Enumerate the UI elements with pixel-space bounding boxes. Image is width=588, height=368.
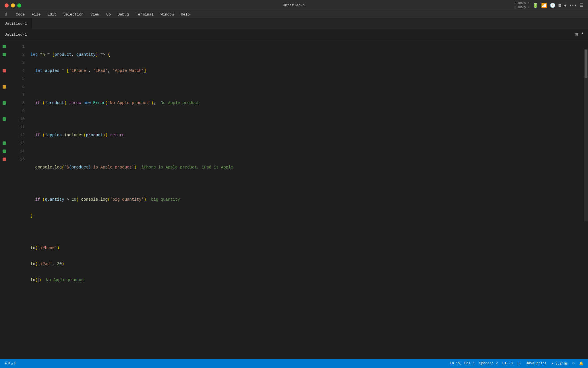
- traffic-lights: [5, 3, 21, 7]
- network-down: 0 KB/s ↓: [514, 5, 530, 9]
- scrollbar[interactable]: [584, 49, 588, 221]
- code-line-14: fn('iPad', 20): [30, 260, 588, 268]
- menu-view[interactable]: View: [88, 12, 102, 17]
- menu-code[interactable]: Code: [13, 12, 28, 17]
- close-button[interactable]: [5, 3, 9, 7]
- titlebar-right-icons: 0 KB/s ↑ 0 KB/s ↓ 🔋 📶 🕐 ⊞ ◈ ••• ☰: [514, 1, 583, 9]
- cursor-position[interactable]: Ln 15, Col 5: [450, 361, 474, 365]
- error-icon: ⊗: [5, 361, 7, 366]
- ln-8: 8: [9, 99, 25, 107]
- gutter-line-15: [0, 155, 9, 163]
- encoding[interactable]: UTF-8: [502, 361, 513, 365]
- gutter-line-12: [0, 131, 9, 139]
- language-mode[interactable]: JavaScript: [526, 361, 547, 365]
- maximize-button[interactable]: [17, 3, 21, 7]
- more-icon: •••: [569, 3, 577, 8]
- tab-label: Untitled-1: [5, 22, 27, 26]
- ln-2: 2: [9, 51, 25, 59]
- menu-edit[interactable]: Edit: [45, 12, 59, 17]
- code-line-11: }: [30, 212, 588, 220]
- finder-icon: ◈: [564, 3, 566, 8]
- wifi-icon: 📶: [541, 3, 547, 8]
- notifications-icon[interactable]: 🔔: [579, 361, 583, 366]
- gutter-line-8: [0, 99, 9, 107]
- editor-container: Untitled-1 Untitled-1 ⊞ ●: [0, 18, 588, 359]
- ln-15: 15: [9, 155, 25, 163]
- warning-number: 0: [14, 361, 16, 365]
- gutter: [0, 40, 9, 359]
- code-line-12: [30, 228, 588, 236]
- code-line-9: [30, 179, 588, 187]
- gutter-line-9: [0, 107, 9, 115]
- minimize-button[interactable]: [11, 3, 15, 7]
- list-icon: ☰: [579, 3, 583, 8]
- editor-filename: Untitled-1: [5, 32, 27, 37]
- eol[interactable]: LF: [517, 361, 521, 365]
- ln-14: 14: [9, 147, 25, 155]
- code-line-3: [30, 83, 588, 91]
- status-bar-right: Ln 15, Col 5 Spaces: 2 UTF-8 LF JavaScri…: [450, 361, 583, 366]
- network-up: 0 KB/s ↑: [514, 1, 530, 5]
- code-line-5: [30, 115, 588, 123]
- timing[interactable]: ✕ 3.24ms: [551, 361, 568, 366]
- code-line-13: fn('iPhone'): [30, 244, 588, 252]
- ln-10: 10: [9, 115, 25, 123]
- ln-9: 9: [9, 107, 25, 115]
- gutter-line-10: [0, 115, 9, 123]
- gutter-line-6: [0, 83, 9, 91]
- controlcenter-icon: ⊞: [558, 3, 561, 8]
- code-line-6: if (!apples.includes(product)) return: [30, 131, 588, 139]
- code-line-10: if (quantity > 10) console.log('big quan…: [30, 195, 588, 204]
- error-number: 0: [8, 361, 10, 365]
- editor-actions: ⊞ ●: [575, 31, 583, 38]
- warning-icon: △: [11, 361, 13, 366]
- menu-debug[interactable]: Debug: [115, 12, 132, 17]
- code-line-7: [30, 147, 588, 155]
- tab-untitled-1[interactable]: Untitled-1: [0, 18, 32, 29]
- status-bar-left: ⊗ 0 △ 0: [5, 361, 16, 366]
- menu-terminal[interactable]: Terminal: [133, 12, 156, 17]
- code-line-4: if (!product) throw new Error('No Apple …: [30, 99, 588, 107]
- gutter-line-4: [0, 67, 9, 75]
- editor-title-row: Untitled-1 ⊞ ●: [0, 29, 588, 40]
- menubar:  Code File Edit Selection View Go Debug…: [0, 11, 588, 18]
- code-line-15: fn() No Apple product: [30, 276, 588, 284]
- smiley-icon[interactable]: ☺: [572, 361, 575, 365]
- scrollbar-thumb[interactable]: [585, 49, 587, 78]
- split-editor-icon[interactable]: ⊞: [575, 31, 578, 38]
- code-content[interactable]: let fn = (product, quantity) => { let ap…: [26, 40, 588, 359]
- clock-icon: 🕐: [550, 3, 556, 8]
- status-bar: ⊗ 0 △ 0 Ln 15, Col 5 Spaces: 2 UTF-8 LF …: [0, 359, 588, 368]
- gutter-line-1: [0, 43, 9, 51]
- code-line-8: console.log(`${product} is Apple product…: [30, 163, 588, 171]
- line-numbers: 1 2 3 4 5 6 7 8 9 10 11 12 13 14 15: [9, 40, 26, 359]
- gutter-line-13: [0, 139, 9, 147]
- ln-13: 13: [9, 139, 25, 147]
- window-title: Untitled-1: [283, 3, 305, 7]
- ln-5: 5: [9, 75, 25, 83]
- gutter-line-14: [0, 147, 9, 155]
- spaces[interactable]: Spaces: 2: [479, 361, 498, 365]
- code-line-1: let fn = (product, quantity) => {: [30, 51, 588, 59]
- gutter-line-2: [0, 51, 9, 59]
- menu-help[interactable]: Help: [178, 12, 193, 17]
- error-count[interactable]: ⊗ 0 △ 0: [5, 361, 16, 366]
- menu-selection[interactable]: Selection: [61, 12, 86, 17]
- apple-menu[interactable]: : [2, 12, 11, 18]
- menu-go[interactable]: Go: [103, 12, 114, 17]
- titlebar: Untitled-1 0 KB/s ↑ 0 KB/s ↓ 🔋 📶 🕐 ⊞ ◈ •…: [0, 0, 588, 11]
- ln-11: 11: [9, 123, 25, 131]
- tab-bar: Untitled-1: [0, 18, 588, 29]
- ln-6: 6: [9, 83, 25, 91]
- code-editor[interactable]: 1 2 3 4 5 6 7 8 9 10 11 12 13 14 15 let …: [0, 40, 588, 359]
- ln-3: 3: [9, 59, 25, 67]
- ln-1: 1: [9, 43, 25, 51]
- code-line-2: let apples = ['iPhone', 'iPad', 'Apple W…: [30, 67, 588, 75]
- ln-7: 7: [9, 91, 25, 99]
- menu-file[interactable]: File: [29, 12, 43, 17]
- menu-window[interactable]: Window: [158, 12, 177, 17]
- gutter-line-5: [0, 75, 9, 83]
- gutter-line-3: [0, 59, 9, 67]
- unsaved-dot-icon: ●: [581, 31, 583, 38]
- ln-12: 12: [9, 131, 25, 139]
